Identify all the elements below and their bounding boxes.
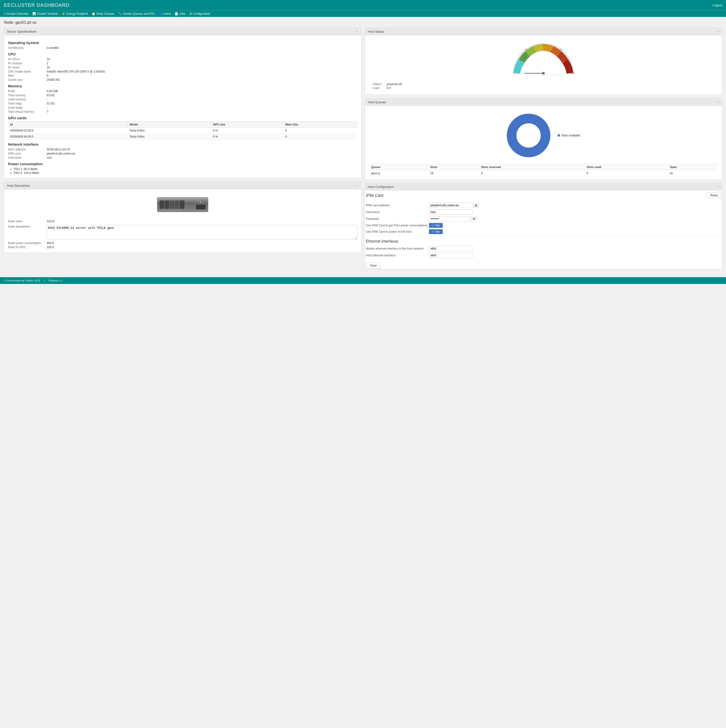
nav-cluster-timeline[interactable]: 📊 Cluster Timeline <box>32 12 58 15</box>
cpu-value-1: 2 <box>47 62 48 65</box>
ethernet-section-title: Ethernet interfaces <box>366 239 721 243</box>
psu-item-0: PSU 1: 80.0 Watts <box>14 167 357 171</box>
node-description-textarea[interactable]: ASUS ESC4000_G2 server with TESLA gpus <box>47 225 357 239</box>
status-label: Status: <box>373 83 385 86</box>
cpu-row-1: Nº sockets: 2 <box>8 62 357 65</box>
mem-value-1: 63.0G <box>47 93 55 97</box>
master-eth-input[interactable] <box>429 246 472 251</box>
cpu-label-1: Nº sockets: <box>8 62 47 65</box>
mem-label-1: Total memory <box>8 93 47 97</box>
load-label: Load: <box>373 86 385 90</box>
queue-name-0: gpus.q <box>369 170 428 176</box>
host-eth-input[interactable] <box>429 253 472 258</box>
host-desc-header: Host Description − <box>4 182 361 190</box>
server-specs-title: Server Specifications <box>7 30 37 34</box>
status-value: powered off <box>387 83 402 86</box>
mem-label-5: Total virtual memory <box>8 110 47 113</box>
use-ipmi-psu-toggle[interactable]: ✓ Yes <box>429 223 443 228</box>
use-ipmi-power-row: Use IPMI Card to power on/off host: ✓ Ye… <box>366 229 721 234</box>
architecture-value: lx-amd64 <box>47 46 58 50</box>
mem-row-3: Total swap 31.5G <box>8 102 357 105</box>
logout-button[interactable]: Logout <box>712 3 722 7</box>
header: EECLUSTER DASHBOARD Logout <box>0 0 726 11</box>
cpu-label-2: Nº cores: <box>8 66 47 69</box>
right-column: Host Status − <box>365 28 722 269</box>
load-row: Load: 0.0 <box>373 86 714 90</box>
gpu-row-1: 00000000:84:00.0 Tesla K40m 0 % 0 <box>8 134 357 140</box>
ipmi-address-input[interactable] <box>429 203 472 208</box>
node-flops-label: Node FLOPS: <box>8 245 47 249</box>
use-ipmi-power-label: Use IPMI Card to power on/off host: <box>366 230 429 233</box>
gpu-id-0: 00000000:02:00.0 <box>8 128 128 134</box>
gpu-use-1: 0 % <box>211 134 283 140</box>
nav-energy-footprint[interactable]: ⚡ Energy Footprint <box>62 12 88 15</box>
net-row-2: Username root <box>8 156 357 159</box>
cpu-value-2: 16 <box>47 66 50 69</box>
ipmi-address-icon-btn[interactable]: ⊞ <box>473 203 478 208</box>
svg-rect-5 <box>175 200 179 209</box>
footer-copyright: © Universidad de Oviedo 2018 <box>4 279 40 282</box>
host-status-minimize[interactable]: − <box>717 29 719 34</box>
master-eth-label: Master ethernet interface in the host ne… <box>366 247 429 250</box>
nav-jobs[interactable]: 📄 Jobs <box>175 12 185 15</box>
load-value: 0.0 <box>387 86 391 90</box>
host-config-minimize[interactable]: − <box>717 185 719 189</box>
server-specs-panel: Server Specifications − Operating System… <box>4 28 361 178</box>
app-title: EECLUSTER DASHBOARD <box>4 2 69 8</box>
host-description-panel: Host Description − <box>4 182 361 253</box>
save-button[interactable]: Save <box>366 262 381 269</box>
use-ipmi-power-toggle[interactable]: ✓ Yes <box>429 229 443 234</box>
nav-users[interactable]: 👥 Users <box>159 12 171 15</box>
password-label: Password: <box>366 217 429 220</box>
password-field-wrapper: 👁 <box>429 216 477 222</box>
cpu-label-4: MHz <box>8 74 47 77</box>
mem-row-5: Total virtual memory ? <box>8 110 357 113</box>
nav-cluster-queues[interactable]: 🔧 Cluster Queues and PEs <box>118 12 155 15</box>
node-classes-icon: 📋 <box>92 12 95 15</box>
power-section-title: Power consumption <box>8 162 357 166</box>
svg-rect-2 <box>160 200 164 209</box>
cpu-value-4: 0 <box>47 74 48 77</box>
password-input[interactable] <box>429 216 470 222</box>
os-section-title: Operating System <box>8 41 357 45</box>
mem-row-2: Used memory - <box>8 98 357 101</box>
host-status-title: Host Status <box>368 30 384 34</box>
svg-point-29 <box>542 72 545 75</box>
title-ee: EE <box>4 2 11 8</box>
host-status-header: Host Status − <box>365 28 722 35</box>
nav-configuration[interactable]: ⚙ Configuration <box>190 12 210 15</box>
host-desc-body: Node class: ASUS Node description: ASUS … <box>4 190 361 252</box>
server-image-container <box>8 192 357 218</box>
host-config-header: Host Configuration − <box>365 183 722 191</box>
username-row: Username: <box>366 210 721 215</box>
net-label-2: Username <box>8 156 47 159</box>
svg-point-8 <box>200 202 202 203</box>
node-desc-label: Node description: <box>8 225 47 228</box>
energy-icon: ⚡ <box>62 12 65 15</box>
svg-point-31 <box>516 123 541 148</box>
gpu-row-0: 00000000:02:00.0 Tesla K20m 0 % 0 <box>8 128 357 134</box>
nav-cluster-overview[interactable]: ≡ Cluster Overview <box>4 12 29 15</box>
architecture-label: Architecture: <box>8 46 47 50</box>
page-title: Node: gpu01.pir.uo <box>4 20 722 24</box>
server-specs-minimize[interactable]: − <box>356 29 358 34</box>
nav-node-classes[interactable]: 📋 Node Classes <box>92 12 115 15</box>
reset-button[interactable]: Reset <box>707 193 721 198</box>
net-value-0: 30:85:a9:1c:34:78 <box>47 148 70 151</box>
master-eth-row: Master ethernet interface in the host ne… <box>366 246 721 251</box>
node-power-row: Node power consumption: 450.0 <box>8 242 357 245</box>
queue-state-0: au <box>667 170 718 176</box>
password-toggle-btn[interactable]: 👁 <box>471 217 477 221</box>
queue-col-slots: Slots <box>428 164 478 170</box>
queue-table: Queue Slots Slots reserved Slots used St… <box>369 164 718 176</box>
svg-rect-9 <box>196 205 206 210</box>
config-icon: ⚙ <box>190 12 192 15</box>
gpu-id-1: 00000000:84:00.0 <box>8 134 128 140</box>
host-desc-minimize[interactable]: − <box>356 184 358 187</box>
svg-text:50: 50 <box>542 44 545 46</box>
use-ipmi-psu-label: Use IPMI Card to get PSU power consumpti… <box>366 224 429 227</box>
username-input[interactable] <box>429 210 472 215</box>
mem-value-3: 31.5G <box>47 102 55 105</box>
queue-slots-0: 16 <box>428 170 478 176</box>
host-queues-minimize[interactable]: − <box>717 100 719 104</box>
